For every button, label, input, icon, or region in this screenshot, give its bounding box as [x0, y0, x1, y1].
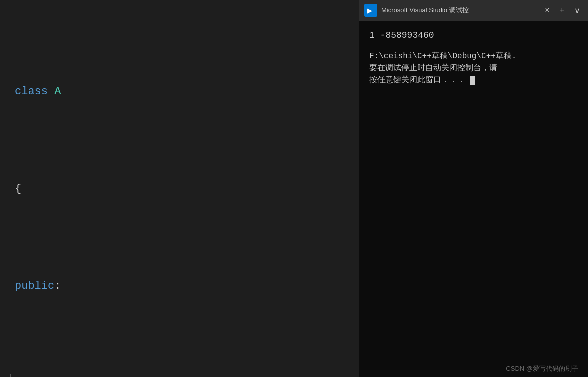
code-line-3: public:: [0, 276, 359, 296]
console-pane: ▶ Microsoft Visual Studio 调试控 × + ∨ 1 -8…: [359, 0, 588, 377]
console-path: F:\ceishi\C++草稿\Debug\C++草稿. 要在调试停止时自动关闭…: [369, 50, 578, 86]
vs-icon: ▶: [364, 4, 377, 17]
code-line-2: {: [0, 179, 359, 198]
close-button[interactable]: ×: [542, 5, 552, 16]
code-content: class A { public: A(int a) :_a1(a): [0, 0, 359, 377]
svg-text:▶: ▶: [367, 7, 372, 14]
add-button[interactable]: +: [557, 5, 567, 16]
code-line-4: A(int a): [0, 374, 359, 377]
console-footer: CSDN @爱写代码的刷子: [359, 360, 588, 377]
console-titlebar: ▶ Microsoft Visual Studio 调试控 × + ∨: [359, 0, 588, 21]
more-button[interactable]: ∨: [571, 5, 583, 16]
console-body: 1 -858993460 F:\ceishi\C++草稿\Debug\C++草稿…: [359, 21, 588, 360]
console-cursor: [470, 76, 475, 85]
code-line-1: class A: [0, 82, 359, 101]
code-editor[interactable]: class A { public: A(int a) :_a1(a): [0, 0, 359, 377]
output-line-1: 1 -858993460: [369, 28, 578, 43]
console-title: Microsoft Visual Studio 调试控: [381, 6, 538, 15]
